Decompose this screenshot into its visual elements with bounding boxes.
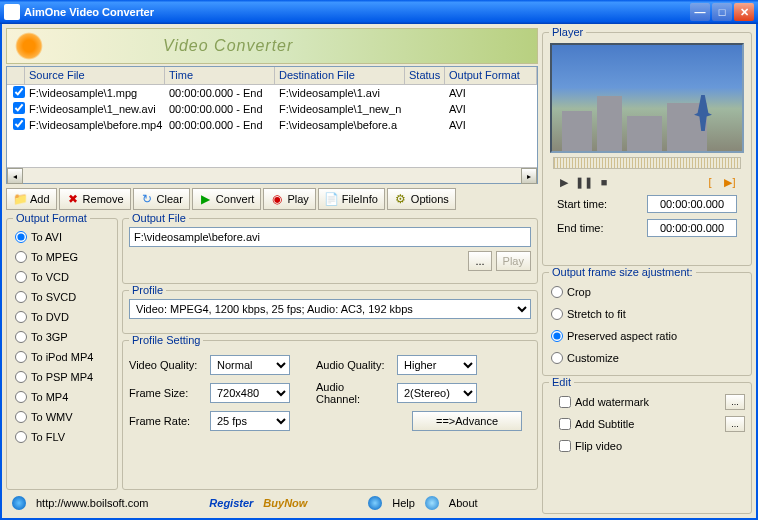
adjust-option[interactable]: Crop — [549, 281, 745, 303]
adjust-radio[interactable] — [551, 330, 563, 342]
table-row[interactable]: F:\videosample\before.mp400:00:00.000 - … — [7, 117, 537, 133]
player-stop-button[interactable]: ■ — [597, 175, 611, 189]
flip-checkbox[interactable] — [559, 440, 571, 452]
table-row[interactable]: F:\videosample\1.mpg00:00:00.000 - EndF:… — [7, 85, 537, 101]
audio-channel-select[interactable]: 2(Stereo) — [397, 383, 477, 403]
adjust-option[interactable]: Stretch to fit — [549, 303, 745, 325]
scroll-left-icon[interactable]: ◂ — [7, 168, 23, 184]
format-label: To SVCD — [31, 291, 76, 303]
format-option[interactable]: To DVD — [13, 307, 111, 327]
format-radio[interactable] — [15, 371, 27, 383]
format-radio[interactable] — [15, 391, 27, 403]
horizontal-scrollbar[interactable]: ◂ ▸ — [7, 167, 537, 183]
add-button[interactable]: 📁Add — [6, 188, 57, 210]
watermark-checkbox[interactable] — [559, 396, 571, 408]
format-radio[interactable] — [15, 431, 27, 443]
format-option[interactable]: To VCD — [13, 267, 111, 287]
format-radio[interactable] — [15, 271, 27, 283]
globe-icon — [12, 496, 26, 510]
col-check[interactable] — [7, 67, 25, 84]
player-title: Player — [549, 26, 586, 38]
cell-source: F:\videosample\1_new.avi — [25, 102, 165, 116]
subtitle-checkbox[interactable] — [559, 418, 571, 430]
cell-dest: F:\videosample\1.avi — [275, 86, 405, 100]
format-label: To 3GP — [31, 331, 68, 343]
adjust-radio[interactable] — [551, 308, 563, 320]
start-time-value[interactable]: 00:00:00.000 — [647, 195, 737, 213]
website-link[interactable]: http://www.boilsoft.com — [36, 497, 149, 509]
video-preview[interactable] — [550, 43, 744, 153]
format-option[interactable]: To FLV — [13, 427, 111, 447]
format-radio[interactable] — [15, 251, 27, 263]
convert-button[interactable]: ▶Convert — [192, 188, 262, 210]
format-radio[interactable] — [15, 291, 27, 303]
format-option[interactable]: To AVI — [13, 227, 111, 247]
remove-button[interactable]: ✖Remove — [59, 188, 131, 210]
mark-out-button[interactable]: ▶] — [723, 175, 737, 189]
profile-select[interactable]: Video: MPEG4, 1200 kbps, 25 fps; Audio: … — [129, 299, 531, 319]
mark-in-button[interactable]: [ — [703, 175, 717, 189]
titlebar: AimOne Video Converter — □ ✕ — [0, 0, 758, 24]
row-checkbox[interactable] — [13, 118, 25, 130]
fileinfo-button[interactable]: 📄FileInfo — [318, 188, 385, 210]
maximize-button[interactable]: □ — [712, 3, 732, 21]
format-option[interactable]: To WMV — [13, 407, 111, 427]
adjust-label: Preserved aspect ratio — [567, 330, 677, 342]
register-link[interactable]: Register — [209, 497, 253, 509]
adjust-option[interactable]: Customize — [549, 347, 745, 369]
player-pause-button[interactable]: ❚❚ — [577, 175, 591, 189]
adjust-option[interactable]: Preserved aspect ratio — [549, 325, 745, 347]
col-dest[interactable]: Destination File — [275, 67, 405, 84]
format-option[interactable]: To MPEG — [13, 247, 111, 267]
scroll-track[interactable] — [23, 168, 521, 183]
help-link[interactable]: Help — [392, 497, 415, 509]
adjust-radio[interactable] — [551, 352, 563, 364]
clear-icon: ↻ — [140, 192, 154, 206]
format-radio[interactable] — [15, 351, 27, 363]
format-option[interactable]: To iPod MP4 — [13, 347, 111, 367]
video-quality-select[interactable]: Normal — [210, 355, 290, 375]
minimize-button[interactable]: — — [690, 3, 710, 21]
output-file-title: Output File — [129, 212, 189, 224]
audio-quality-select[interactable]: Higher — [397, 355, 477, 375]
end-time-value[interactable]: 00:00:00.000 — [647, 219, 737, 237]
frame-size-select[interactable]: 720x480 — [210, 383, 290, 403]
seek-bar[interactable] — [553, 157, 741, 169]
format-radio[interactable] — [15, 311, 27, 323]
format-option[interactable]: To SVCD — [13, 287, 111, 307]
adjust-radio[interactable] — [551, 286, 563, 298]
player-play-button[interactable]: ▶ — [557, 175, 571, 189]
col-source[interactable]: Source File — [25, 67, 165, 84]
row-checkbox[interactable] — [13, 86, 25, 98]
options-button[interactable]: ⚙Options — [387, 188, 456, 210]
format-option[interactable]: To MP4 — [13, 387, 111, 407]
edit-group: Edit Add watermark... Add Subtitle... Fl… — [542, 382, 752, 514]
format-radio[interactable] — [15, 231, 27, 243]
play-button[interactable]: ◉Play — [263, 188, 315, 210]
table-row[interactable]: F:\videosample\1_new.avi00:00:00.000 - E… — [7, 101, 537, 117]
browse-button[interactable]: ... — [468, 251, 491, 271]
subtitle-config-button[interactable]: ... — [725, 416, 745, 432]
close-button[interactable]: ✕ — [734, 3, 754, 21]
col-time[interactable]: Time — [165, 67, 275, 84]
format-option[interactable]: To 3GP — [13, 327, 111, 347]
start-time-label: Start time: — [557, 198, 607, 210]
scroll-right-icon[interactable]: ▸ — [521, 168, 537, 184]
profile-title: Profile — [129, 284, 166, 296]
frame-rate-select[interactable]: 25 fps — [210, 411, 290, 431]
buynow-link[interactable]: BuyNow — [263, 497, 307, 509]
about-link[interactable]: About — [449, 497, 478, 509]
play-file-button[interactable]: Play — [496, 251, 531, 271]
frame-rate-label: Frame Rate: — [129, 415, 204, 427]
clear-button[interactable]: ↻Clear — [133, 188, 190, 210]
row-checkbox[interactable] — [13, 102, 25, 114]
advance-button[interactable]: ==>Advance — [412, 411, 522, 431]
output-file-input[interactable] — [129, 227, 531, 247]
format-radio[interactable] — [15, 331, 27, 343]
col-format[interactable]: Output Format — [445, 67, 537, 84]
watermark-config-button[interactable]: ... — [725, 394, 745, 410]
format-option[interactable]: To PSP MP4 — [13, 367, 111, 387]
format-radio[interactable] — [15, 411, 27, 423]
col-status[interactable]: Status — [405, 67, 445, 84]
file-icon: 📄 — [325, 192, 339, 206]
